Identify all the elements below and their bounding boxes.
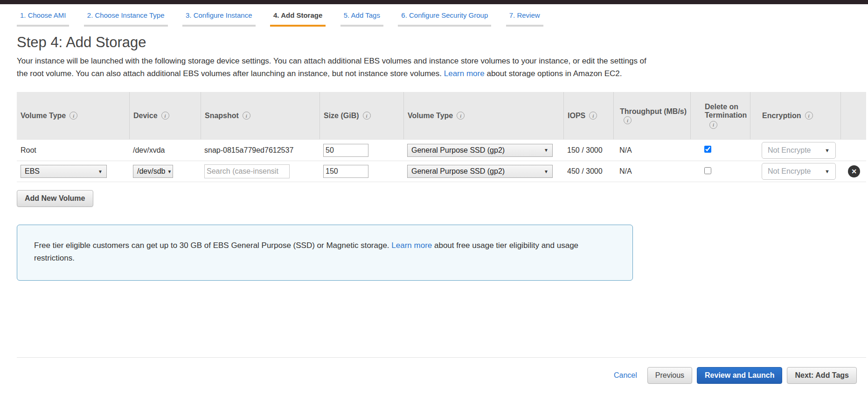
add-new-volume-button[interactable]: Add New Volume bbox=[17, 190, 93, 207]
review-and-launch-button[interactable]: Review and Launch bbox=[697, 367, 782, 384]
learn-more-storage-link[interactable]: Learn more bbox=[444, 69, 485, 78]
delete-on-termination-header-label: Delete on Termination bbox=[705, 103, 751, 120]
tab-configure-instance[interactable]: 3. Configure Instance bbox=[182, 11, 256, 27]
info-icon[interactable]: i bbox=[624, 116, 632, 124]
select-arrow-icon: ▼ bbox=[544, 169, 549, 174]
select-arrow-icon: ▼ bbox=[544, 148, 549, 153]
ebs-device-value: /dev/sdb bbox=[137, 167, 165, 176]
footer-divider bbox=[17, 357, 866, 358]
throughput-header-label: Throughput (MB/s) bbox=[620, 107, 687, 115]
col-header-size: Size (GiB)i bbox=[319, 92, 403, 139]
device-header-label: Device bbox=[133, 112, 158, 120]
tab-choose-ami[interactable]: 1. Choose AMI bbox=[17, 11, 69, 27]
root-delete-on-termination-checkbox[interactable] bbox=[704, 146, 711, 153]
ebs-device-select[interactable]: /dev/sdb ▼ bbox=[133, 165, 173, 178]
dropdown-arrow-icon: ▼ bbox=[825, 169, 830, 174]
ebs-snapshot-search-input[interactable] bbox=[204, 164, 290, 178]
tab-configure-security-group[interactable]: 6. Configure Security Group bbox=[398, 11, 491, 27]
root-snapshot-value: snap-0815a779ed7612537 bbox=[201, 146, 319, 155]
root-device-value: /dev/xvda bbox=[129, 146, 201, 155]
col-header-iops: IOPSi bbox=[563, 92, 613, 139]
storage-table: Volume Typei Devicei Snapshoti Size (GiB… bbox=[17, 92, 866, 182]
root-encryption-value: Not Encrypte bbox=[768, 146, 811, 155]
table-row-root-volume: Root /dev/xvda snap-0815a779ed7612537 Ge… bbox=[17, 139, 866, 161]
ebs-size-input[interactable] bbox=[323, 165, 368, 178]
col-header-volume-type-2: Volume Typei bbox=[403, 92, 563, 139]
learn-more-free-tier-link[interactable]: Learn more bbox=[391, 241, 432, 250]
table-row-ebs-volume: EBS ▼ /dev/sdb ▼ General Purpose SSD (gp… bbox=[17, 161, 866, 182]
console-top-bar bbox=[0, 0, 868, 4]
info-icon[interactable]: i bbox=[805, 112, 813, 120]
root-throughput-value: N/A bbox=[613, 146, 690, 155]
ebs-volume-type-value: General Purpose SSD (gp2) bbox=[411, 167, 505, 176]
free-tier-notice: Free tier eligible customers can get up … bbox=[17, 225, 633, 281]
previous-button[interactable]: Previous bbox=[647, 367, 692, 384]
ebs-volume-category-value: EBS bbox=[25, 167, 40, 176]
snapshot-header-label: Snapshot bbox=[205, 112, 239, 120]
remove-volume-icon[interactable]: ✕ bbox=[848, 165, 860, 177]
info-icon[interactable]: i bbox=[69, 112, 77, 120]
info-icon[interactable]: i bbox=[161, 112, 169, 120]
ebs-iops-value: 450 / 3000 bbox=[563, 167, 613, 176]
footer-actions: Cancel Previous Review and Launch Next: … bbox=[0, 367, 857, 384]
tab-add-storage[interactable]: 4. Add Storage bbox=[270, 11, 326, 27]
page-description: Your instance will be launched with the … bbox=[17, 55, 646, 80]
col-header-throughput: Throughput (MB/s)i bbox=[613, 92, 690, 139]
col-header-device: Devicei bbox=[129, 92, 201, 139]
info-icon[interactable]: i bbox=[589, 112, 597, 120]
dropdown-arrow-icon: ▼ bbox=[825, 148, 830, 153]
volume-type2-header-label: Volume Type bbox=[408, 112, 453, 120]
info-icon[interactable]: i bbox=[243, 112, 250, 120]
root-volume-label: Root bbox=[17, 146, 129, 155]
ebs-volume-type-category-select[interactable]: EBS ▼ bbox=[21, 165, 107, 178]
info-icon[interactable]: i bbox=[363, 112, 371, 120]
volume-type-header-label: Volume Type bbox=[21, 112, 66, 120]
page-title: Step 4: Add Storage bbox=[17, 34, 851, 51]
page-description-tail: about storage options in Amazon EC2. bbox=[486, 69, 622, 78]
col-header-encryption: Encryptioni bbox=[750, 92, 840, 139]
col-header-snapshot: Snapshoti bbox=[201, 92, 319, 139]
root-encryption-select[interactable]: Not Encrypte ▼ bbox=[762, 142, 836, 159]
root-volume-type-value: General Purpose SSD (gp2) bbox=[411, 146, 505, 155]
next-add-tags-button[interactable]: Next: Add Tags bbox=[787, 367, 857, 384]
free-tier-text: Free tier eligible customers can get up … bbox=[34, 241, 389, 250]
root-volume-type-select[interactable]: General Purpose SSD (gp2) ▼ bbox=[407, 144, 553, 157]
ebs-encryption-value: Not Encrypte bbox=[768, 167, 811, 176]
storage-table-header: Volume Typei Devicei Snapshoti Size (GiB… bbox=[17, 92, 866, 139]
col-header-actions bbox=[840, 92, 866, 139]
tab-add-tags[interactable]: 5. Add Tags bbox=[340, 11, 383, 27]
info-icon[interactable]: i bbox=[709, 121, 717, 129]
select-arrow-icon: ▼ bbox=[98, 169, 103, 174]
tab-choose-instance-type[interactable]: 2. Choose Instance Type bbox=[84, 11, 168, 27]
encryption-header-label: Encryption bbox=[762, 112, 801, 120]
tab-review[interactable]: 7. Review bbox=[506, 11, 543, 27]
col-header-delete-on-termination: Delete on Terminationi bbox=[690, 92, 750, 139]
size-header-label: Size (GiB) bbox=[324, 112, 359, 120]
root-iops-value: 150 / 3000 bbox=[563, 146, 613, 155]
select-arrow-icon: ▼ bbox=[167, 169, 172, 174]
ebs-throughput-value: N/A bbox=[613, 167, 690, 176]
wizard-tabs: 1. Choose AMI 2. Choose Instance Type 3.… bbox=[0, 4, 868, 27]
ebs-delete-on-termination-checkbox[interactable] bbox=[704, 167, 711, 174]
ebs-volume-type-select[interactable]: General Purpose SSD (gp2) ▼ bbox=[407, 165, 553, 178]
cancel-link[interactable]: Cancel bbox=[614, 371, 637, 380]
iops-header-label: IOPS bbox=[568, 112, 585, 120]
col-header-volume-type: Volume Typei bbox=[17, 92, 129, 139]
ebs-encryption-select[interactable]: Not Encrypte ▼ bbox=[762, 163, 836, 180]
info-icon[interactable]: i bbox=[457, 112, 465, 120]
root-size-input[interactable] bbox=[323, 144, 368, 157]
